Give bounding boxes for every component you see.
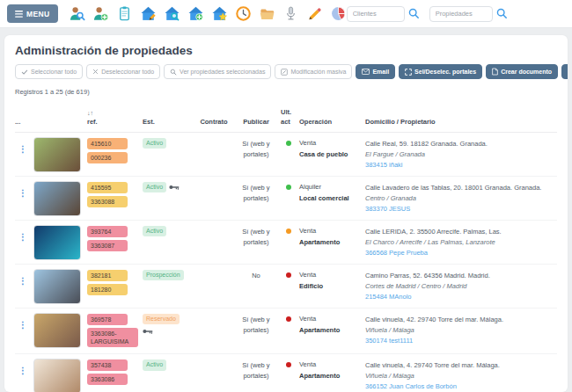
property-photo[interactable]	[33, 225, 81, 260]
ref-cell: 3937643363087	[87, 224, 140, 254]
pencil-icon[interactable]	[306, 5, 323, 22]
row-actions-kebab-icon[interactable]: ⋮	[18, 188, 27, 198]
operation-label: Venta	[299, 268, 363, 279]
property-photo[interactable]	[33, 313, 81, 348]
ref-badge: 393764	[87, 226, 128, 237]
contract-cell	[196, 180, 231, 183]
contract-cell	[196, 312, 231, 315]
contract-cell	[196, 268, 231, 271]
properties-search-icon[interactable]	[495, 6, 510, 21]
column-select: ...	[15, 118, 31, 127]
column-ref[interactable]: ↓↑ ref.	[87, 109, 140, 127]
row-actions-kebab-icon[interactable]: ⋮	[18, 320, 27, 330]
clients-search-input[interactable]	[347, 6, 405, 22]
operation-label: Venta	[299, 136, 363, 147]
operation-label: Venta	[299, 358, 363, 368]
status-badge: Activo	[143, 182, 166, 192]
client-add-icon[interactable]	[92, 5, 109, 22]
clients-search-icon[interactable]	[407, 6, 422, 21]
owner-link[interactable]: 215484 MAnolo	[365, 292, 557, 302]
owner-link[interactable]: 366568 Pepe Prueba	[365, 248, 557, 258]
row-actions-kebab-icon[interactable]: ⋮	[18, 232, 27, 242]
publish-cell: Sí (web y portales)	[234, 358, 278, 381]
property-zone: El Charco / Arrecife / Las Palmas, Lanza…	[365, 237, 557, 248]
property-zone: Viñuela / Málaga	[365, 325, 557, 336]
toolbar-icons	[69, 5, 347, 22]
properties-search-input[interactable]	[429, 6, 493, 22]
clock-icon[interactable]	[235, 5, 252, 22]
table-row[interactable]: ⋮ 3574383363086 Activo Sí (web y portale…	[15, 354, 557, 392]
search-icon	[170, 69, 177, 76]
property-type: Casa de pueblo	[299, 150, 363, 158]
column-publicar: Publicar	[234, 118, 278, 127]
property-address: Calle Lavadero de las Tablas, 20. 18001 …	[365, 183, 557, 193]
menu-button-label: MENU	[26, 10, 50, 18]
ref-cell: 382181181280	[87, 268, 140, 298]
table-row[interactable]: ⋮ 415610000236 Activo Sí (web y portales…	[15, 133, 557, 177]
status-badge: Prospección	[143, 270, 184, 280]
expand-icon	[405, 69, 412, 76]
page-title: Administración de propiedades	[15, 44, 557, 57]
envelope-icon	[362, 69, 370, 75]
last-activity-dot	[286, 141, 291, 146]
ref-badge: 369578	[87, 314, 128, 325]
status-cell: Activo	[143, 224, 194, 236]
portals-select-button[interactable]: Sel/Deselec. portales	[399, 64, 482, 79]
folder-icon[interactable]	[259, 5, 275, 22]
menu-button[interactable]: MENU	[7, 4, 58, 23]
table-row[interactable]: ⋮ 382181181280 Prospección No Venta Edif…	[15, 265, 557, 309]
column-operacion: Operación	[299, 118, 363, 127]
row-actions-kebab-icon[interactable]: ⋮	[18, 276, 27, 286]
microphone-icon[interactable]	[282, 5, 299, 22]
property-photo[interactable]	[33, 181, 81, 216]
client-search-icon[interactable]	[69, 5, 85, 22]
owner-link[interactable]: 366152 Juan Carlos de Borbón	[365, 381, 557, 392]
table-body: ⋮ 415610000236 Activo Sí (web y portales…	[15, 133, 557, 392]
publish-cell: Sí (web y portales)	[234, 312, 278, 335]
property-search-icon[interactable]	[164, 5, 180, 22]
property-photo[interactable]	[33, 137, 81, 172]
property-edit-icon[interactable]	[140, 5, 157, 22]
owner-link[interactable]: 383370 JESUS	[365, 204, 557, 214]
table-row[interactable]: ⋮ 3695783363086-LARGUISIMA Reservado Sí …	[15, 309, 557, 354]
view-selected-button[interactable]: Ver propiedades seleccionadas	[164, 64, 271, 79]
column-ult-act: Ult. act	[281, 108, 297, 127]
mass-edit-button[interactable]: Modificación masiva	[275, 64, 352, 79]
edit-square-icon	[281, 69, 288, 76]
email-button[interactable]: Email	[356, 64, 395, 79]
owner-link[interactable]: 383415 iñaki	[365, 160, 557, 171]
property-type: Apartamento	[299, 372, 363, 380]
row-actions-kebab-icon[interactable]: ⋮	[18, 144, 27, 154]
status-cell: Activo	[143, 358, 194, 370]
row-actions-kebab-icon[interactable]: ⋮	[18, 366, 27, 375]
key-icon	[143, 328, 194, 335]
property-photo[interactable]	[33, 269, 81, 304]
property-photo[interactable]	[33, 359, 81, 392]
deselect-all-button[interactable]: Deseleccionar todo	[86, 64, 160, 79]
last-activity-dot	[286, 272, 291, 278]
publish-cell: Sí (web y portales)	[234, 136, 278, 159]
ref-badge: 382181	[87, 270, 128, 281]
ref-cell: 415610000236	[87, 136, 140, 166]
check-icon	[21, 69, 28, 76]
property-zone: Centro / Granada	[365, 193, 557, 204]
status-cell: Activo	[143, 136, 194, 149]
sort-icon[interactable]: ↓↑	[87, 109, 140, 118]
notes-clipboard-icon[interactable]	[116, 5, 133, 22]
operation-label: Alquiler	[299, 180, 363, 191]
property-type: Local comercial	[299, 194, 363, 202]
table-row[interactable]: ⋮ 4155953363088 Activo Sí (web y portale…	[15, 177, 557, 221]
document-icon	[492, 68, 498, 76]
pie-chart-icon[interactable]	[330, 5, 347, 22]
ref-badge: 3363086	[87, 374, 128, 385]
property-zone: Viñuela / Málaga	[365, 371, 557, 381]
create-document-button[interactable]: Crear documento	[486, 64, 558, 79]
property-type: Apartamento	[299, 326, 363, 334]
select-all-button[interactable]: Seleccionar todo	[15, 64, 83, 79]
property-add-icon[interactable]	[187, 5, 204, 22]
whatsapp-button[interactable]: Whatsapp	[561, 64, 568, 79]
property-featured-icon[interactable]	[211, 5, 228, 22]
ref-badge: 3363088	[87, 196, 128, 207]
table-row[interactable]: ⋮ 3937643363087 Activo Sí (web y portale…	[15, 221, 557, 265]
owner-link[interactable]: 350174 test1111	[365, 336, 557, 346]
